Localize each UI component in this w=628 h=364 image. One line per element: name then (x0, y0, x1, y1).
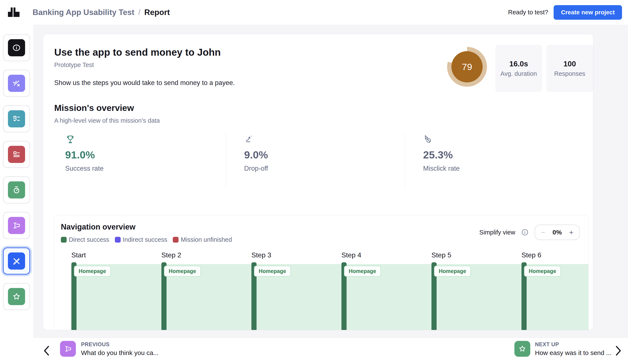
next-block-button[interactable] (514, 341, 530, 357)
avg-duration-card: 16.0s Avg. duration (495, 45, 542, 92)
next-caption: NEXT UP (535, 341, 612, 348)
footer-divider (34, 337, 628, 338)
flow-step-4: Step 4 Homepage (341, 215, 414, 330)
flow-step-2: Step 2 Homepage (161, 215, 234, 330)
stopwatch-icon (8, 181, 25, 198)
sidebar-item-yes-no[interactable] (3, 70, 30, 97)
drop-off-value: 9.0% (244, 149, 268, 161)
flow-step-3: Step 3 Homepage (251, 215, 324, 330)
next-chevron-icon[interactable] (615, 345, 622, 356)
prototype-icon (8, 252, 25, 270)
usability-score-value: 79 (451, 51, 483, 82)
yes-no-icon (8, 75, 25, 92)
next-block-info[interactable]: NEXT UP How easy was it to send ... (535, 341, 612, 357)
metrics-divider (226, 133, 226, 188)
success-rate-value: 91.0% (65, 149, 103, 161)
flow-node-chip[interactable]: Homepage (74, 266, 111, 277)
metrics-divider (405, 133, 405, 188)
text-cursor-icon (63, 344, 73, 354)
responses-value: 100 (563, 60, 576, 68)
app-logo-icon[interactable] (8, 7, 20, 17)
direct-success-swatch (61, 237, 67, 243)
metric-misclick-rate: 25.3% Misclick rate (423, 134, 460, 172)
star-icon (8, 288, 25, 305)
breadcrumb-page: Report (144, 8, 170, 17)
responses-card: 100 Responses (546, 45, 593, 92)
misclick-rate-value: 25.3% (423, 149, 460, 161)
breadcrumb-separator: / (138, 8, 140, 17)
blocks-sidebar (0, 25, 34, 337)
flow-node-chip[interactable]: Homepage (524, 266, 561, 277)
form-icon (8, 146, 25, 163)
responses-label: Responses (554, 70, 585, 77)
flow-step-start: Start Homepage (71, 215, 144, 330)
checklist-icon (8, 110, 25, 127)
sidebar-item-prototype-mission[interactable] (3, 247, 30, 275)
previous-caption: PREVIOUS (81, 341, 158, 348)
sidebar-item-timer[interactable] (3, 177, 30, 203)
sidebar-item-opinion-scale[interactable] (3, 283, 30, 310)
top-header: Banking App Usability Test / Report Read… (0, 0, 628, 25)
previous-block-button[interactable] (60, 341, 76, 357)
misclick-icon (423, 134, 460, 144)
info-icon (8, 39, 25, 56)
text-cursor-icon (8, 217, 25, 234)
metric-success-rate: 91.0% Success rate (65, 134, 103, 172)
metric-drop-off: 9.0% Drop-off (244, 134, 268, 172)
sidebar-item-multiple-choice[interactable] (3, 105, 30, 132)
flow-node-chip[interactable]: Homepage (344, 266, 381, 277)
avg-duration-label: Avg. duration (500, 70, 537, 77)
breadcrumb: Banking App Usability Test / Report (33, 0, 170, 25)
success-rate-label: Success rate (65, 165, 103, 172)
drop-off-icon (244, 134, 268, 144)
report-page: Banking App Usability Test / Report Read… (0, 0, 628, 364)
star-icon (518, 344, 527, 354)
flow-node-chip[interactable]: Homepage (164, 266, 201, 277)
breadcrumb-project[interactable]: Banking App Usability Test (33, 8, 134, 17)
mission-title: Use the app to send money to John (54, 47, 221, 58)
misclick-rate-label: Misclick rate (423, 165, 460, 172)
mission-description: Show us the steps you would take to send… (54, 79, 235, 87)
sidebar-item-mission-info[interactable] (3, 34, 30, 61)
previous-title: What do you think you ca... (81, 349, 158, 357)
avg-duration-value: 16.0s (509, 60, 528, 68)
mission-type: Prototype Test (54, 61, 94, 68)
drop-off-label: Drop-off (244, 165, 268, 172)
flow-node-chip[interactable]: Homepage (254, 266, 291, 277)
overview-title: Mission's overview (54, 103, 134, 113)
sidebar-item-open-question[interactable] (3, 141, 30, 168)
mission-report-card: Use the app to send money to John Protot… (43, 34, 593, 330)
previous-block-info[interactable]: PREVIOUS What do you think you ca... (81, 341, 158, 357)
flow-step-6: Step 6 Homepage (522, 215, 589, 330)
previous-chevron-icon[interactable] (43, 345, 50, 356)
flow-node-chip[interactable]: Homepage (434, 266, 471, 277)
ready-to-test-text: Ready to test? (508, 9, 548, 16)
sidebar-item-text-input[interactable] (3, 212, 30, 239)
overview-subtitle: A high-level view of this mission’s data (54, 117, 160, 124)
trophy-icon (65, 134, 103, 144)
block-pager-bar: PREVIOUS What do you think you ca... NEX… (0, 337, 628, 364)
header-actions: Ready to test? Create new project (508, 0, 622, 25)
flow-band (71, 264, 588, 330)
flow-step-5: Step 5 Homepage (431, 215, 504, 330)
create-new-project-button[interactable]: Create new project (554, 5, 622, 20)
next-title: How easy was it to send ... (535, 349, 612, 357)
navigation-overview-card: Navigation overview Direct success Indir… (54, 215, 589, 330)
